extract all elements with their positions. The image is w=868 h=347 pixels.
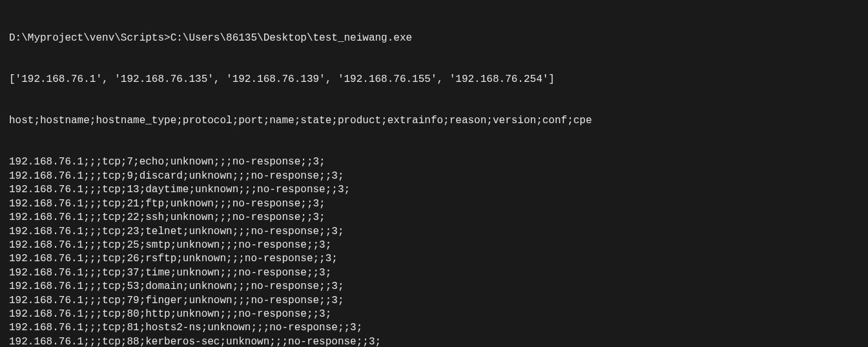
scan-result-line: 192.168.76.1;;;tcp;79;finger;unknown;;;n…	[9, 294, 868, 308]
scan-result-line: 192.168.76.1;;;tcp;80;http;unknown;;;no-…	[9, 308, 868, 321]
prompt-cwd: D:\Myproject\venv\Scripts>	[9, 32, 170, 44]
prompt-command: C:\Users\86135\Desktop\test_neiwang.exe	[170, 32, 412, 44]
scan-result-line: 192.168.76.1;;;tcp;26;rsftp;unknown;;;no…	[9, 252, 868, 266]
scan-result-line: 192.168.76.1;;;tcp;81;hosts2-ns;unknown;…	[9, 321, 868, 335]
ip-list-line: ['192.168.76.1', '192.168.76.135', '192.…	[9, 73, 868, 86]
scan-result-line: 192.168.76.1;;;tcp;21;ftp;unknown;;;no-r…	[9, 197, 868, 211]
scan-result-line: 192.168.76.1;;;tcp;7;echo;unknown;;;no-r…	[9, 155, 868, 169]
csv-header-line: host;hostname;hostname_type;protocol;por…	[9, 114, 868, 128]
scan-result-line: 192.168.76.1;;;tcp;88;kerberos-sec;unkno…	[9, 335, 868, 347]
scan-result-line: 192.168.76.1;;;tcp;23;telnet;unknown;;;n…	[9, 225, 868, 239]
scan-result-line: 192.168.76.1;;;tcp;13;daytime;unknown;;;…	[9, 183, 868, 197]
prompt-line: D:\Myproject\venv\Scripts>C:\Users\86135…	[9, 32, 868, 45]
scan-result-line: 192.168.76.1;;;tcp;9;discard;unknown;;;n…	[9, 170, 868, 183]
scan-result-line: 192.168.76.1;;;tcp;37;time;unknown;;;no-…	[9, 266, 868, 280]
terminal-output[interactable]: D:\Myproject\venv\Scripts>C:\Users\86135…	[0, 0, 868, 347]
scan-result-line: 192.168.76.1;;;tcp;22;ssh;unknown;;;no-r…	[9, 211, 868, 224]
scan-result-line: 192.168.76.1;;;tcp;25;smtp;unknown;;;no-…	[9, 239, 868, 252]
scan-result-line: 192.168.76.1;;;tcp;53;domain;unknown;;;n…	[9, 280, 868, 293]
